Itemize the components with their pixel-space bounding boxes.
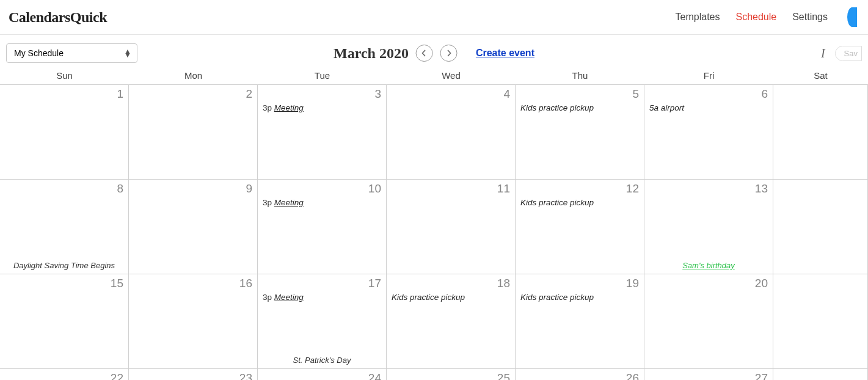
- italic-toggle-button[interactable]: I: [819, 46, 828, 60]
- event-time: 3p: [263, 198, 274, 207]
- event-title: Kids practice pickup: [392, 293, 465, 302]
- calendar-event[interactable]: 3p Meeting: [263, 103, 381, 112]
- day-number: 3: [263, 87, 381, 101]
- day-number: 4: [392, 87, 510, 101]
- day-cell[interactable]: [773, 180, 868, 274]
- day-cell[interactable]: 5Kids practice pickup: [516, 85, 644, 180]
- main-nav: Templates Schedule Settings: [676, 7, 859, 27]
- day-cell[interactable]: 16: [129, 274, 258, 369]
- right-tools: I Sav: [819, 46, 862, 61]
- day-number: 12: [520, 182, 639, 195]
- day-number: 5: [520, 87, 639, 101]
- calendar-grid: 1233p Meeting45Kids practice pickup65a a…: [0, 85, 868, 380]
- save-button[interactable]: Sav: [835, 46, 862, 61]
- dayheader-thu: Thu: [516, 68, 644, 84]
- calendar-event[interactable]: 5a airport: [649, 103, 768, 112]
- dayheader-tue: Tue: [258, 68, 387, 84]
- day-cell[interactable]: 8Daylight Saving Time Begins: [0, 180, 129, 274]
- next-month-button[interactable]: [440, 45, 458, 62]
- day-cell[interactable]: 12Kids practice pickup: [516, 180, 644, 274]
- day-number: 18: [392, 277, 510, 290]
- topbar: CalendarsQuick Templates Schedule Settin…: [0, 0, 868, 35]
- day-cell[interactable]: 27: [644, 369, 773, 380]
- event-title: Kids practice pickup: [520, 103, 594, 112]
- allday-event: St. Patrick's Day: [263, 356, 381, 366]
- day-number: 16: [134, 277, 252, 290]
- day-cell[interactable]: 25: [387, 369, 516, 380]
- event-title: 5a airport: [649, 103, 684, 112]
- day-number: 20: [649, 277, 768, 290]
- day-cell[interactable]: 26: [516, 369, 644, 380]
- day-cell[interactable]: [773, 274, 868, 369]
- day-cell[interactable]: 15: [0, 274, 129, 369]
- dayheader-sat: Sat: [773, 68, 868, 84]
- day-cell[interactable]: [773, 85, 868, 180]
- event-title: Meeting: [274, 103, 304, 112]
- day-cell[interactable]: 2: [129, 85, 258, 180]
- calendar-event[interactable]: Kids practice pickup: [520, 293, 639, 302]
- day-number: 23: [134, 371, 252, 380]
- calendar-event[interactable]: Kids practice pickup: [520, 103, 639, 112]
- nav-settings[interactable]: Settings: [792, 12, 828, 23]
- event-title: Kids practice pickup: [520, 293, 594, 302]
- dayheader-fri: Fri: [644, 68, 773, 84]
- event-time: 3p: [263, 103, 274, 112]
- day-cell[interactable]: 103p Meeting: [258, 180, 387, 274]
- calendar-event[interactable]: 3p Meeting: [263, 198, 381, 207]
- day-cell[interactable]: 13Sam's birthday: [644, 180, 773, 274]
- day-number: 22: [5, 371, 123, 380]
- day-cell[interactable]: 23: [129, 369, 258, 380]
- month-nav-group: March 2020 Create event: [334, 45, 534, 62]
- dayheader-sun: Sun: [0, 68, 129, 84]
- schedule-select-wrap: My Schedule ▲▼: [6, 43, 137, 63]
- event-title: Meeting: [274, 198, 304, 207]
- day-number: 8: [5, 182, 123, 195]
- allday-event: Daylight Saving Time Begins: [5, 261, 123, 271]
- day-number: 10: [263, 182, 381, 195]
- day-cell[interactable]: 11: [387, 180, 516, 274]
- day-cell[interactable]: 19Kids practice pickup: [516, 274, 644, 369]
- logo: CalendarsQuick: [9, 9, 107, 26]
- dayheader-wed: Wed: [387, 68, 516, 84]
- day-number: 17: [263, 277, 381, 290]
- arrow-left-icon: [421, 49, 428, 57]
- calendar-event[interactable]: 3p Meeting: [263, 293, 381, 302]
- day-cell[interactable]: 1: [0, 85, 129, 180]
- arrow-right-icon: [445, 49, 453, 57]
- day-number: 2: [134, 87, 252, 101]
- day-number: 24: [263, 371, 381, 380]
- avatar[interactable]: [847, 7, 857, 27]
- calendar-event[interactable]: Kids practice pickup: [520, 198, 639, 207]
- nav-schedule[interactable]: Schedule: [735, 12, 776, 23]
- day-number: 26: [520, 371, 639, 380]
- day-cell[interactable]: 24: [258, 369, 387, 380]
- event-title: Kids practice pickup: [520, 198, 594, 207]
- day-cell[interactable]: 33p Meeting: [258, 85, 387, 180]
- day-cell[interactable]: 65a airport: [644, 85, 773, 180]
- prev-month-button[interactable]: [416, 45, 433, 62]
- month-title: March 2020: [334, 45, 409, 62]
- create-event-link[interactable]: Create event: [476, 48, 534, 59]
- day-header-row: Sun Mon Tue Wed Thu Fri Sat: [0, 68, 868, 85]
- dayheader-mon: Mon: [129, 68, 258, 84]
- day-cell[interactable]: 9: [129, 180, 258, 274]
- schedule-select[interactable]: My Schedule: [6, 43, 137, 63]
- day-cell[interactable]: 22: [0, 369, 129, 380]
- day-number: 15: [5, 277, 123, 290]
- day-number: 19: [520, 277, 639, 290]
- day-number: 6: [649, 87, 768, 101]
- nav-templates[interactable]: Templates: [676, 12, 720, 23]
- toolbar: My Schedule ▲▼ March 2020 Create event I…: [0, 35, 868, 68]
- day-number: 11: [392, 182, 510, 195]
- allday-event[interactable]: Sam's birthday: [649, 261, 768, 271]
- day-cell[interactable]: 20: [644, 274, 773, 369]
- event-title: Meeting: [274, 293, 304, 302]
- day-cell[interactable]: 4: [387, 85, 516, 180]
- day-cell[interactable]: [773, 369, 868, 380]
- event-time: 3p: [263, 293, 274, 302]
- day-number: 27: [649, 371, 768, 380]
- day-cell[interactable]: 173p MeetingSt. Patrick's Day: [258, 274, 387, 369]
- day-cell[interactable]: 18Kids practice pickup: [387, 274, 516, 369]
- calendar-event[interactable]: Kids practice pickup: [392, 293, 510, 302]
- day-number: 25: [392, 371, 510, 380]
